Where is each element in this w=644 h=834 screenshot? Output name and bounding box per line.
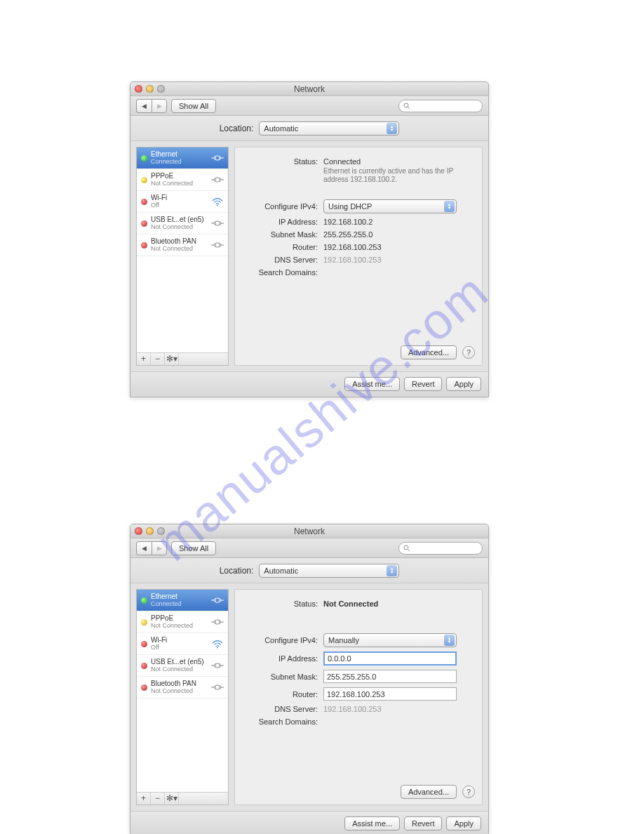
wifi-icon	[211, 197, 224, 206]
sidebar-item-sub: Connected	[151, 158, 208, 166]
subnet-label: Subnet Mask:	[245, 673, 323, 681]
sidebar-item-label: Wi-Fi	[151, 636, 208, 644]
svg-line-24	[408, 549, 410, 551]
status-dot-icon	[141, 663, 147, 669]
chevron-updown-icon: ▲▼	[444, 201, 455, 212]
configure-select[interactable]: Using DHCP ▲▼	[323, 199, 457, 213]
sidebar-item-ethernet[interactable]: EthernetConnected	[137, 147, 228, 169]
location-select[interactable]: Automatic ▲▼	[259, 121, 399, 135]
ip-label: IP Address:	[245, 218, 323, 226]
router-label: Router:	[245, 243, 323, 251]
search-icon	[403, 102, 410, 110]
add-button[interactable]: +	[137, 353, 151, 365]
titlebar: Network	[130, 82, 488, 96]
dns-label: DNS Server:	[245, 256, 323, 264]
subnet-input[interactable]: 255.255.255.0	[323, 670, 457, 683]
minimize-icon[interactable]	[146, 527, 154, 535]
location-label: Location:	[220, 124, 254, 133]
sidebar-item-text: USB Et...et (en5)Not Connected	[151, 216, 208, 231]
sidebar-item-wi-fi[interactable]: Wi-FiOff	[137, 633, 228, 655]
help-button[interactable]: ?	[462, 346, 475, 359]
sidebar-item-sub: Not Connected	[151, 223, 208, 231]
ethernet-icon	[211, 682, 224, 692]
location-label: Location:	[220, 566, 254, 576]
status-value: Not Connected	[323, 600, 472, 608]
close-icon[interactable]	[135, 527, 142, 535]
chevron-updown-icon: ▲▼	[444, 635, 455, 646]
help-button[interactable]: ?	[462, 786, 475, 798]
sidebar-item-ethernet[interactable]: EthernetConnected	[137, 590, 228, 611]
status-dot-icon	[141, 242, 147, 249]
sidebar-item-text: EthernetConnected	[151, 593, 208, 608]
zoom-icon[interactable]	[157, 85, 165, 93]
show-all-button[interactable]: Show All	[171, 99, 216, 113]
sidebar-item-label: USB Et...et (en5)	[151, 658, 208, 666]
assist-button[interactable]: Assist me...	[344, 816, 400, 830]
sidebar-footer: + − ✻▾	[137, 352, 228, 365]
svg-point-12	[217, 205, 218, 206]
sidebar-item-label: Bluetooth PAN	[151, 680, 208, 687]
sidebar-item-bluetooth-pan[interactable]: Bluetooth PANNot Connected	[137, 234, 228, 256]
forward-button[interactable]: ▶	[152, 541, 167, 555]
ip-value: 192.168.100.2	[323, 218, 472, 226]
dns-label: DNS Server:	[245, 705, 323, 713]
toolbar: ◀ ▶ Show All	[130, 96, 488, 116]
ethernet-icon	[211, 617, 224, 627]
back-button[interactable]: ◀	[136, 541, 152, 555]
sidebar-item-text: PPPoENot Connected	[151, 172, 208, 187]
sidebar-item-label: Wi-Fi	[151, 194, 208, 201]
configure-select[interactable]: Manually ▲▼	[323, 633, 457, 647]
bottom-bar: Assist me... Revert Apply	[130, 371, 488, 395]
sidebar-item-bluetooth-pan[interactable]: Bluetooth PANNot Connected	[137, 677, 228, 699]
sidebar-item-pppoe[interactable]: PPPoENot Connected	[137, 611, 228, 633]
advanced-button[interactable]: Advanced...	[401, 345, 457, 359]
close-icon[interactable]	[135, 85, 142, 93]
location-value: Automatic	[264, 567, 298, 575]
forward-button[interactable]: ▶	[152, 99, 167, 113]
assist-button[interactable]: Assist me...	[344, 377, 400, 391]
revert-button[interactable]: Revert	[404, 816, 442, 830]
apply-button[interactable]: Apply	[446, 816, 481, 830]
minimize-icon[interactable]	[146, 85, 154, 93]
sidebar-item-usb-et-et-en5-[interactable]: USB Et...et (en5)Not Connected	[137, 213, 228, 234]
nav-segment: ◀ ▶	[136, 541, 167, 555]
search-input[interactable]	[398, 100, 483, 112]
window-body: EthernetConnectedPPPoENot ConnectedWi-Fi…	[130, 583, 488, 811]
advanced-button[interactable]: Advanced...	[401, 785, 457, 799]
back-button[interactable]: ◀	[136, 99, 152, 113]
bottom-bar: Assist me... Revert Apply	[130, 811, 488, 834]
chevron-updown-icon: ▲▼	[387, 565, 397, 576]
svg-point-35	[217, 647, 218, 649]
location-value: Automatic	[264, 124, 298, 133]
sidebar-item-sub: Not Connected	[151, 180, 208, 187]
add-button[interactable]: +	[137, 793, 151, 805]
location-row: Location: Automatic ▲▼	[130, 558, 488, 583]
search-input[interactable]	[398, 542, 483, 555]
wifi-icon	[211, 639, 224, 649]
remove-button[interactable]: −	[151, 353, 165, 365]
traffic-lights	[135, 527, 165, 535]
gear-icon[interactable]: ✻▾	[165, 793, 179, 805]
sidebar-item-text: EthernetConnected	[151, 150, 208, 166]
zoom-icon[interactable]	[157, 527, 165, 535]
sidebar-item-sub: Not Connected	[151, 666, 208, 673]
sidebar-item-text: PPPoENot Connected	[151, 614, 208, 630]
apply-button[interactable]: Apply	[446, 377, 481, 391]
gear-icon[interactable]: ✻▾	[165, 353, 179, 365]
ethernet-icon	[211, 175, 224, 185]
sidebar-item-wi-fi[interactable]: Wi-FiOff	[137, 191, 228, 213]
revert-button[interactable]: Revert	[404, 377, 442, 391]
ethernet-icon	[211, 240, 224, 250]
ip-input[interactable]: 0.0.0.0	[323, 651, 457, 666]
traffic-lights	[135, 85, 165, 93]
svg-line-1	[408, 107, 410, 109]
ethernet-icon	[211, 218, 224, 228]
sidebar-item-usb-et-et-en5-[interactable]: USB Et...et (en5)Not Connected	[137, 655, 228, 677]
sidebar-item-pppoe[interactable]: PPPoENot Connected	[137, 169, 228, 191]
location-select[interactable]: Automatic ▲▼	[259, 564, 399, 578]
router-input[interactable]: 192.168.100.253	[323, 687, 457, 701]
router-value: 192.168.100.253	[323, 243, 472, 251]
status-description: Ethernet is currently active and has the…	[323, 167, 472, 184]
remove-button[interactable]: −	[151, 793, 165, 805]
show-all-button[interactable]: Show All	[171, 541, 216, 555]
